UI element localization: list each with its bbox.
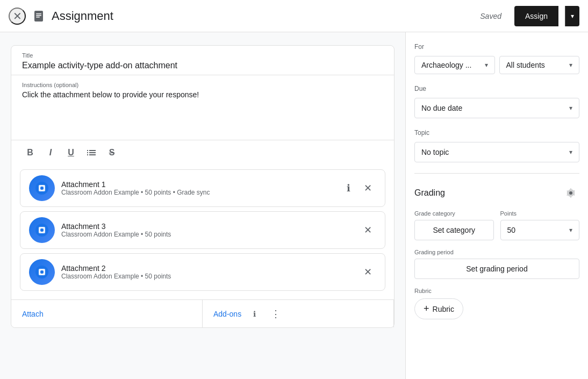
svg-point-15 (40, 270, 44, 274)
svg-rect-7 (89, 152, 96, 153)
attachment-item: Attachment 1 Classroom Addon Example • 5… (20, 169, 385, 207)
points-dropdown-arrow: ▾ (569, 226, 572, 234)
rubric-label: Rubric (414, 288, 579, 294)
set-grading-period-button[interactable]: Set grading period (414, 259, 579, 279)
attachment-item: Attachment 3 Classroom Addon Example • 5… (20, 211, 385, 249)
attachment-sub-3: Classroom Addon Example • 50 points (61, 273, 353, 280)
left-panel: Title Instructions (optional) Click the … (0, 32, 405, 379)
header: ✕ Assignment Saved Assign ▾ (0, 0, 588, 32)
assign-button[interactable]: Assign (514, 6, 558, 26)
points-field: Points 50 ▾ (500, 210, 580, 240)
class-dropdown-arrow: ▾ (485, 61, 488, 69)
svg-point-13 (40, 228, 44, 232)
list-button[interactable] (83, 145, 99, 161)
attachment-item: Attachment 2 Classroom Addon Example • 5… (20, 253, 385, 291)
attachment-info-button-1[interactable]: ℹ (340, 180, 357, 197)
for-label: For (414, 43, 579, 51)
attachment-sub-1: Classroom Addon Example • 50 points • Gr… (61, 189, 333, 196)
svg-rect-9 (89, 154, 96, 155)
due-label: Due (414, 85, 579, 92)
attachment-icon-1 (29, 175, 55, 201)
grade-category-label: Grade category (414, 210, 494, 217)
bold-button[interactable]: B (22, 145, 38, 161)
grade-category-field: Grade category Set category (414, 210, 494, 240)
svg-rect-8 (87, 154, 88, 155)
attachment-actions-3: ✕ (359, 263, 376, 281)
attachment-remove-button-3[interactable]: ✕ (359, 263, 376, 281)
grade-fields: Grade category Set category Points 50 ▾ (414, 210, 579, 240)
for-section: For Archaeology ... ▾ All students ▾ (414, 43, 579, 74)
right-panel: For Archaeology ... ▾ All students ▾ Due… (405, 32, 588, 379)
attachment-icon-2 (29, 217, 55, 243)
title-label: Title (22, 52, 383, 59)
points-label: Points (500, 210, 580, 217)
italic-button[interactable]: I (42, 145, 59, 161)
close-button[interactable]: ✕ (9, 8, 26, 25)
due-section: Due No due date ▾ (414, 85, 579, 118)
attach-button[interactable]: Attach (11, 300, 203, 327)
due-dropdown-arrow: ▾ (569, 104, 572, 112)
students-dropdown-arrow: ▾ (569, 61, 572, 69)
attachment-name-3: Attachment 2 (61, 264, 353, 273)
instructions-section: Instructions (optional) Click the attach… (11, 75, 394, 140)
grading-section: Grading Grade category Set category Poin… (414, 184, 579, 319)
svg-rect-6 (87, 152, 88, 153)
attachment-name-1: Attachment 1 (61, 180, 333, 189)
class-dropdown[interactable]: Archaeology ... ▾ (414, 56, 495, 74)
svg-rect-4 (87, 150, 88, 151)
due-dropdown[interactable]: No due date ▾ (414, 98, 579, 118)
set-category-button[interactable]: Set category (414, 220, 494, 240)
underline-button[interactable]: U (63, 145, 79, 161)
attachment-remove-button-1[interactable]: ✕ (359, 180, 376, 197)
attachment-remove-button-2[interactable]: ✕ (359, 221, 376, 239)
formatting-toolbar: B I U S (11, 140, 394, 165)
grading-period-section: Grading period Set grading period (414, 249, 579, 279)
grading-settings-button[interactable] (562, 184, 579, 202)
attachments-list: Attachment 1 Classroom Addon Example • 5… (11, 165, 394, 299)
attachment-info-1: Attachment 1 Classroom Addon Example • 5… (61, 180, 333, 196)
for-dropdowns: Archaeology ... ▾ All students ▾ (414, 56, 579, 74)
svg-rect-5 (89, 150, 96, 151)
attachment-actions-1: ℹ ✕ (340, 180, 376, 197)
saved-status: Saved (480, 12, 501, 20)
instructions-label: Instructions (optional) (22, 82, 383, 88)
strikethrough-button[interactable]: S (104, 145, 120, 161)
svg-rect-2 (36, 15, 41, 16)
add-rubric-button[interactable]: + Rubric (414, 298, 463, 319)
topic-label: Topic (414, 129, 579, 137)
assignment-card: Title Instructions (optional) Click the … (11, 45, 395, 328)
topic-dropdown-arrow: ▾ (569, 148, 572, 156)
assign-dropdown-button[interactable]: ▾ (565, 6, 579, 26)
attachment-sub-2: Classroom Addon Example • 50 points (61, 231, 353, 238)
grading-title: Grading (414, 188, 445, 198)
addons-button[interactable]: Add-ons ℹ ⋮ (203, 300, 394, 327)
topic-dropdown[interactable]: No topic ▾ (414, 142, 579, 162)
topic-section: Topic No topic ▾ (414, 129, 579, 162)
attachment-info-3: Attachment 2 Classroom Addon Example • 5… (61, 264, 353, 280)
attachment-actions-2: ✕ (359, 221, 376, 239)
doc-icon (32, 10, 45, 23)
addons-info-button[interactable]: ℹ (246, 305, 263, 323)
students-dropdown[interactable]: All students ▾ (499, 56, 580, 74)
grading-header: Grading (414, 184, 579, 202)
page-title: Assignment (52, 9, 474, 23)
plus-icon: + (424, 303, 429, 314)
title-section: Title (11, 46, 394, 75)
grading-period-label: Grading period (414, 249, 579, 255)
main-layout: Title Instructions (optional) Click the … (0, 32, 588, 379)
rubric-section: Rubric + Rubric (414, 288, 579, 319)
attachment-info-2: Attachment 3 Classroom Addon Example • 5… (61, 222, 353, 238)
svg-rect-1 (36, 13, 41, 15)
instructions-text[interactable]: Click the attachment below to provide yo… (22, 90, 383, 99)
addons-more-button[interactable]: ⋮ (267, 305, 284, 323)
title-input[interactable] (22, 61, 383, 70)
svg-rect-0 (34, 11, 43, 22)
attachment-name-2: Attachment 3 (61, 222, 353, 231)
divider (414, 173, 579, 174)
bottom-bar: Attach Add-ons ℹ ⋮ (11, 299, 394, 327)
points-dropdown[interactable]: 50 ▾ (500, 220, 580, 240)
svg-point-11 (40, 187, 44, 190)
attachment-icon-3 (29, 259, 55, 285)
svg-rect-3 (36, 17, 40, 18)
